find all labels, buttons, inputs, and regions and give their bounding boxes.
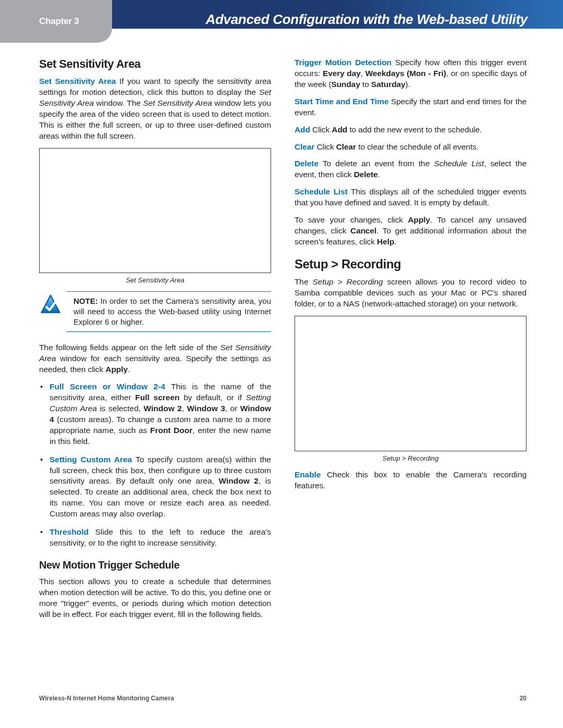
- para-enable: Enable Check this box to enable the Came…: [295, 470, 527, 491]
- page-body: Set Sensitivity Area Set Sensitivity Are…: [39, 57, 527, 626]
- para-recording: The Setup > Recording screen allows you …: [295, 277, 527, 310]
- note-text: NOTE: In order to set the Camera's sensi…: [74, 296, 271, 328]
- footer-page-number: 20: [520, 695, 527, 702]
- footer: Wireless-N Internet Home Monitoring Came…: [39, 695, 527, 702]
- bullet-custom-area: Setting Custom Area To specify custom ar…: [50, 454, 271, 520]
- heading-setup-recording: Setup > Recording: [295, 257, 527, 272]
- left-column: Set Sensitivity Area Set Sensitivity Are…: [39, 57, 271, 626]
- right-column: Trigger Motion Detection Specify how oft…: [295, 57, 527, 626]
- para-time: Start Time and End Time Specify the star…: [295, 96, 527, 118]
- para-fields-intro: The following fields appear on the left …: [39, 342, 271, 375]
- chapter-label: Chapter 3: [39, 16, 79, 27]
- heading-set-sensitivity: Set Sensitivity Area: [39, 57, 271, 71]
- para-clear: Clear Click Clear to clear the schedule …: [295, 142, 527, 153]
- note-block: NOTE: In order to set the Camera's sensi…: [66, 291, 271, 332]
- footer-product: Wireless-N Internet Home Monitoring Came…: [39, 695, 174, 702]
- para-save: To save your changes, click Apply. To ca…: [295, 215, 527, 248]
- bullet-full-screen: Full Screen or Window 2-4 This is the na…: [50, 381, 271, 447]
- figure-recording-caption: Setup > Recording: [295, 454, 527, 462]
- chapter-tab: Chapter 3: [0, 0, 112, 43]
- para-add: Add Click Add to add the new event to th…: [295, 125, 527, 135]
- para-sensitivity: Set Sensitivity Area If you want to spec…: [39, 76, 271, 142]
- figure-recording-placeholder: [295, 316, 527, 451]
- para-delete: Delete To delete an event from the Sched…: [295, 158, 527, 180]
- figure-sensitivity-caption: Set Sensitivity Area: [39, 276, 271, 284]
- para-schedule-list: Schedule List This displays all of the s…: [295, 187, 527, 208]
- bullet-list: Full Screen or Window 2-4 This is the na…: [39, 381, 271, 549]
- heading-new-schedule: New Motion Trigger Schedule: [39, 559, 271, 571]
- bullet-threshold: Threshold Slide this to the left to redu…: [50, 527, 271, 549]
- figure-sensitivity-placeholder: [39, 148, 271, 273]
- note-checkmark-icon: [39, 294, 62, 315]
- para-schedule: This section allows you to create a sche…: [39, 576, 271, 620]
- term-set-sensitivity: Set Sensitivity Area: [39, 77, 116, 85]
- para-trigger: Trigger Motion Detection Specify how oft…: [295, 57, 527, 90]
- page-header-title: Advanced Configuration with the Web-base…: [205, 11, 528, 28]
